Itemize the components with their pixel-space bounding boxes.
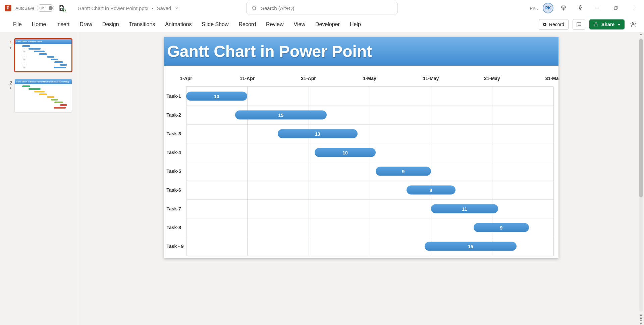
gantt-bar[interactable]: 9 xyxy=(474,223,529,232)
date-tick: 1-May xyxy=(363,76,376,81)
ribbon-tab-insert[interactable]: Insert xyxy=(51,16,74,32)
ribbon-tab-draw[interactable]: Draw xyxy=(74,16,97,32)
gantt-bar[interactable]: 15 xyxy=(235,111,327,120)
scroll-up-arrow-icon[interactable]: ▲ xyxy=(639,32,643,37)
scroll-thumb[interactable] xyxy=(639,39,643,197)
thumb-slot-1: 1 ✦ Gantt Chart in Power Point ————————— xyxy=(7,39,78,72)
slide-canvas[interactable]: Gantt Chart in Power Point 1-Apr11-Apr21… xyxy=(164,37,558,258)
thumb2-body xyxy=(15,84,72,112)
ribbon-tab-file[interactable]: File xyxy=(8,16,27,32)
toggle-knob-icon xyxy=(49,6,53,10)
record-label: Record xyxy=(549,22,564,27)
gantt-row: Task-59 xyxy=(186,162,553,181)
autosave-toggle[interactable]: On xyxy=(37,4,54,12)
ribbon-tab-transitions[interactable]: Transitions xyxy=(124,16,160,32)
task-label: Task-3 xyxy=(167,131,185,136)
save-status: Saved xyxy=(157,5,171,11)
slide-title-text: Gantt Chart in Power Point xyxy=(167,42,372,61)
window-restore-button[interactable] xyxy=(608,1,623,15)
vertical-scrollbar[interactable]: ▲ ▲ ▲ ▼ ▼ xyxy=(638,32,644,325)
slide-editor[interactable]: Gantt Chart in Power Point 1-Apr11-Apr21… xyxy=(78,32,644,325)
animation-star-icon: ✦ xyxy=(9,46,12,50)
slide-thumbnail-panel[interactable]: 1 ✦ Gantt Chart in Power Point —————————… xyxy=(0,32,78,325)
task-label: Task-1 xyxy=(167,93,185,99)
gantt-bar[interactable]: 10 xyxy=(186,92,248,101)
animation-star-icon: ✦ xyxy=(9,86,12,90)
autosave-state: On xyxy=(39,6,44,10)
gantt-bar[interactable]: 15 xyxy=(425,242,517,251)
chevron-down-icon xyxy=(174,6,179,10)
diamond-icon[interactable] xyxy=(557,2,570,14)
gantt-row: Task-215 xyxy=(186,106,553,125)
ribbon-tab-animations[interactable]: Animations xyxy=(160,16,197,32)
titlebar-left: P AutoSave On Gantt Chart in Power Point… xyxy=(0,4,179,12)
thumb-slot-2: 2 ✦ Gantt Chart in Power Point With Cond… xyxy=(7,79,78,112)
record-dot-icon xyxy=(543,23,546,26)
ribbon-tabs: FileHomeInsertDrawDesignTransitionsAnima… xyxy=(8,16,366,32)
slide-thumbnail-2[interactable]: Gantt Chart in Power Point With Conditio… xyxy=(15,79,72,112)
filename-text: Gantt Chart in Power Point.pptx xyxy=(77,5,148,11)
scroll-track[interactable] xyxy=(639,38,643,312)
date-tick: 31-May xyxy=(545,76,558,81)
search-box[interactable] xyxy=(247,2,397,14)
autosave-label: AutoSave xyxy=(15,6,34,11)
autosave-group: AutoSave On xyxy=(15,4,54,12)
user-name[interactable]: PK . xyxy=(530,6,539,11)
window-minimize-button[interactable] xyxy=(590,1,604,15)
gantt-row: Task - 915 xyxy=(186,237,553,256)
present-mode-icon[interactable] xyxy=(629,20,638,29)
ribbon-tab-help[interactable]: Help xyxy=(345,16,366,32)
svg-point-7 xyxy=(633,22,634,24)
gantt-bar[interactable]: 8 xyxy=(407,186,455,195)
record-button[interactable]: Record xyxy=(539,19,569,30)
user-avatar-icon[interactable]: PK xyxy=(543,3,553,13)
powerpoint-logo-icon: P xyxy=(5,5,11,11)
comments-button[interactable] xyxy=(573,19,585,30)
gantt-row: Task-313 xyxy=(186,124,553,143)
task-label: Task-5 xyxy=(167,169,185,174)
window-close-button[interactable] xyxy=(627,1,642,15)
share-button[interactable]: Share ▾ xyxy=(589,19,625,29)
ribbon-tab-design[interactable]: Design xyxy=(97,16,124,32)
scroll-next-slide-icon[interactable]: ▼ xyxy=(639,322,643,325)
workspace: 1 ✦ Gantt Chart in Power Point —————————… xyxy=(0,32,644,325)
task-label: Task-6 xyxy=(167,187,185,193)
titlebar-right: PK . PK xyxy=(530,1,644,15)
gantt-row: Task-89 xyxy=(186,218,553,237)
gantt-bar[interactable]: 9 xyxy=(376,167,431,176)
ribbon-tab-developer[interactable]: Developer xyxy=(310,16,345,32)
task-label: Task-2 xyxy=(167,112,185,118)
date-tick: 11-May xyxy=(423,76,439,81)
date-axis: 1-Apr11-Apr21-Apr1-May11-May21-May31-May xyxy=(186,74,553,84)
slide-thumbnail-1[interactable]: Gantt Chart in Power Point ————————— xyxy=(15,39,72,72)
share-label: Share xyxy=(601,22,614,27)
gantt-chart: 1-Apr11-Apr21-Apr1-May11-May21-May31-May… xyxy=(164,74,558,258)
scroll-nav-group: ▲ ▲ ▼ ▼ xyxy=(639,313,643,325)
gantt-bar[interactable]: 13 xyxy=(278,129,357,138)
thumb-number: 2 xyxy=(7,79,12,85)
ribbon-tab-view[interactable]: View xyxy=(289,16,310,32)
ribbon-tab-record[interactable]: Record xyxy=(234,16,261,32)
svg-rect-4 xyxy=(614,7,617,10)
gantt-row: Task-711 xyxy=(186,199,553,218)
ribbon-tab-home[interactable]: Home xyxy=(27,16,51,32)
gantt-bar[interactable]: 11 xyxy=(431,204,498,213)
save-icon[interactable] xyxy=(58,4,65,12)
thumb1-title: Gantt Chart in Power Point xyxy=(15,39,72,44)
ribbon-right: Record Share ▾ xyxy=(539,19,644,30)
filename-sep: • xyxy=(152,5,153,11)
gantt-bar[interactable]: 10 xyxy=(315,148,376,157)
ribbon-tab-slide-show[interactable]: Slide Show xyxy=(197,16,233,32)
task-label: Task-4 xyxy=(167,150,185,155)
gantt-row: Task-68 xyxy=(186,181,553,200)
gridline-vertical xyxy=(553,87,554,256)
share-icon xyxy=(593,22,599,27)
ribbon-tab-review[interactable]: Review xyxy=(261,16,288,32)
filename-group[interactable]: Gantt Chart in Power Point.pptx • Saved xyxy=(77,5,179,11)
search-input[interactable] xyxy=(260,5,392,11)
coming-soon-icon[interactable] xyxy=(574,2,586,14)
date-tick: 11-Apr xyxy=(240,76,255,81)
svg-point-1 xyxy=(253,6,256,9)
comment-icon xyxy=(576,21,582,27)
ribbon: FileHomeInsertDrawDesignTransitionsAnima… xyxy=(0,16,644,33)
